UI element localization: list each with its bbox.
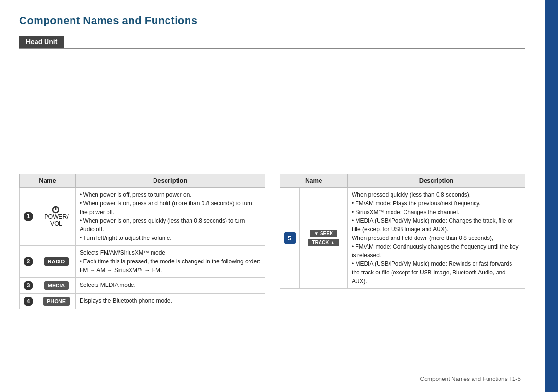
table-row: 5 ▼ SEEK TRACK ▲ When pressed quickly (l… — [280, 188, 525, 289]
list-item: MEDIA (USB/iPod/My Music) mode: Changes … — [352, 216, 521, 234]
seek-button-label: ▼ SEEK — [310, 230, 337, 237]
row-num-2: 2 — [20, 246, 37, 278]
row-num-3: 3 — [20, 278, 37, 294]
desc-cell-4: Displays the Bluetooth phone mode. — [76, 294, 265, 309]
name-cell-2: RADIO — [37, 246, 76, 278]
desc-cell-3: Selects MEDIA mode. — [76, 278, 265, 294]
num-badge-1: 1 — [24, 212, 33, 221]
right-side-tab — [545, 0, 558, 392]
left-table: Name Description 1 — [19, 174, 265, 309]
row-num-4: 4 — [20, 294, 37, 309]
num-badge-3: 3 — [24, 281, 33, 290]
seek-desc-intro2: When pressed and held down (more than 0.… — [352, 235, 494, 241]
radio-button-label: RADIO — [44, 257, 69, 266]
seek-desc-intro: When pressed quickly (less than 0.8 seco… — [352, 191, 471, 198]
list-item: When power is off, press to turn power o… — [80, 190, 261, 199]
right-header-name: Name — [280, 174, 347, 188]
desc-cell-2: Selects FM/AM/SiriusXM™ mode Each time t… — [76, 246, 265, 278]
name-cell-3: MEDIA — [37, 278, 76, 294]
radio-desc-intro: Selects FM/AM/SiriusXM™ mode — [80, 249, 165, 256]
name-cell-4: PHONE — [37, 294, 76, 309]
phone-button-label: PHONE — [43, 297, 70, 306]
section-header: Head Unit — [19, 36, 525, 49]
media-button-label: MEDIA — [44, 281, 69, 290]
left-table-grid: Name Description 1 — [19, 174, 265, 309]
footer-text: Component Names and Functions I 1-5 — [420, 376, 521, 382]
list-item: SiriusXM™ mode: Changes the channel. — [352, 208, 521, 216]
right-header-desc: Description — [347, 174, 525, 188]
table-row: 1 POWER/VOL When power is off, press to — [20, 188, 265, 246]
row-num-5: 5 — [280, 188, 299, 289]
list-item: FM/AM mode: Plays the previous/next freq… — [352, 199, 521, 208]
media-desc: Selects MEDIA mode. — [80, 282, 136, 288]
num-badge-4: 4 — [24, 297, 33, 306]
left-header-desc: Description — [76, 174, 265, 188]
phone-desc: Displays the Bluetooth phone mode. — [80, 297, 172, 304]
table-row: 3 MEDIA Selects MEDIA mode. — [20, 278, 265, 294]
name-cell-1: POWER/VOL — [37, 188, 76, 246]
page-title: Component Names and Functions — [19, 14, 525, 27]
head-unit-image — [148, 59, 397, 169]
left-header-name: Name — [20, 174, 76, 188]
tables-row: Name Description 1 — [19, 174, 525, 309]
desc-cell-5: When pressed quickly (less than 0.8 seco… — [347, 188, 525, 289]
list-item: MEDIA (USB/iPod/My Music) mode: Rewinds … — [352, 260, 521, 285]
desc-cell-1: When power is off, press to turn power o… — [76, 188, 265, 246]
table-row: 4 PHONE Displays the Bluetooth phone mod… — [20, 294, 265, 309]
list-item: When power is on, press and hold (more t… — [80, 199, 261, 216]
power-vol-label: POWER/VOL — [44, 214, 69, 227]
list-item: Each time this is pressed, the mode is c… — [80, 257, 261, 274]
row-num-1: 1 — [20, 188, 37, 246]
right-table: Name Description 5 ▼ SEEK TRACK ▲ — [280, 174, 526, 309]
right-table-grid: Name Description 5 ▼ SEEK TRACK ▲ — [280, 174, 526, 289]
list-item: FM/AM mode: Continuously changes the fre… — [352, 242, 521, 260]
seek-track-cell: ▼ SEEK TRACK ▲ — [299, 188, 347, 289]
section-label: Head Unit — [19, 36, 64, 48]
table-row: 2 RADIO Selects FM/AM/SiriusXM™ mode Eac… — [20, 246, 265, 278]
num-badge-2: 2 — [24, 257, 33, 266]
list-item: When power is on, press quickly (less th… — [80, 216, 261, 234]
num-badge-5: 5 — [284, 232, 296, 244]
power-icon — [52, 206, 59, 214]
list-item: Turn left/right to adjust the volume. — [80, 234, 261, 242]
track-button-label: TRACK ▲ — [308, 239, 339, 246]
main-content: Component Names and Functions Head Unit … — [0, 0, 545, 392]
